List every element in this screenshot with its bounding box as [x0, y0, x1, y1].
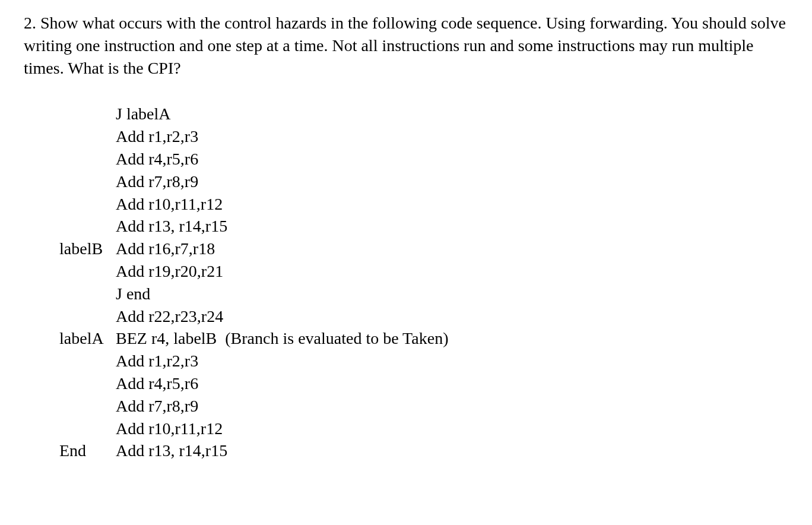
code-line: Add r4,r5,r6: [59, 148, 788, 170]
code-instruction: Add r4,r5,r6: [116, 150, 198, 168]
code-instruction: Add r22,r23,r24: [116, 307, 223, 325]
code-line: Add r1,r2,r3: [59, 125, 788, 148]
code-instruction: Add r10,r11,r12: [116, 419, 223, 438]
code-line: Add r4,r5,r6: [59, 372, 788, 395]
code-instruction: J end: [116, 284, 150, 303]
code-instruction: Add r10,r11,r12: [116, 195, 223, 213]
code-label: labelA: [59, 327, 116, 350]
code-line: Add r1,r2,r3: [59, 350, 788, 372]
code-line: Add r19,r20,r21: [59, 260, 788, 283]
code-instruction: Add r1,r2,r3: [116, 127, 198, 146]
code-instruction: Add r7,r8,r9: [116, 397, 198, 415]
code-line: J labelA: [59, 103, 788, 125]
question-number: 2.: [24, 14, 36, 32]
code-label: labelB: [59, 238, 116, 260]
code-line: Add r7,r8,r9: [59, 170, 788, 193]
code-line: Add r10,r11,r12: [59, 418, 788, 440]
question-body: Show what occurs with the control hazard…: [24, 14, 786, 77]
code-instruction: Add r7,r8,r9: [116, 172, 198, 191]
code-line: Add r10,r11,r12: [59, 193, 788, 216]
question-prompt: 2. Show what occurs with the control haz…: [24, 12, 788, 79]
code-listing: J labelA Add r1,r2,r3 Add r4,r5,r6 Add r…: [24, 103, 788, 462]
code-label: End: [59, 439, 116, 462]
code-instruction: Add r13, r14,r15: [116, 217, 227, 235]
code-line: Add r7,r8,r9: [59, 395, 788, 418]
code-line: EndAdd r13, r14,r15: [59, 439, 788, 462]
code-line: labelABEZ r4, labelB (Branch is evaluate…: [59, 327, 788, 350]
code-instruction: Add r1,r2,r3: [116, 352, 198, 370]
code-instruction: Add r13, r14,r15: [116, 441, 227, 460]
code-line: Add r22,r23,r24: [59, 305, 788, 328]
code-instruction: Add r16,r7,r18: [116, 239, 215, 258]
code-line: labelBAdd r16,r7,r18: [59, 238, 788, 260]
code-line: Add r13, r14,r15: [59, 215, 788, 238]
code-instruction: BEZ r4, labelB (Branch is evaluated to b…: [116, 329, 448, 347]
code-line: J end: [59, 283, 788, 305]
code-instruction: Add r19,r20,r21: [116, 262, 223, 280]
code-instruction: Add r4,r5,r6: [116, 374, 198, 393]
code-instruction: J labelA: [116, 105, 171, 123]
